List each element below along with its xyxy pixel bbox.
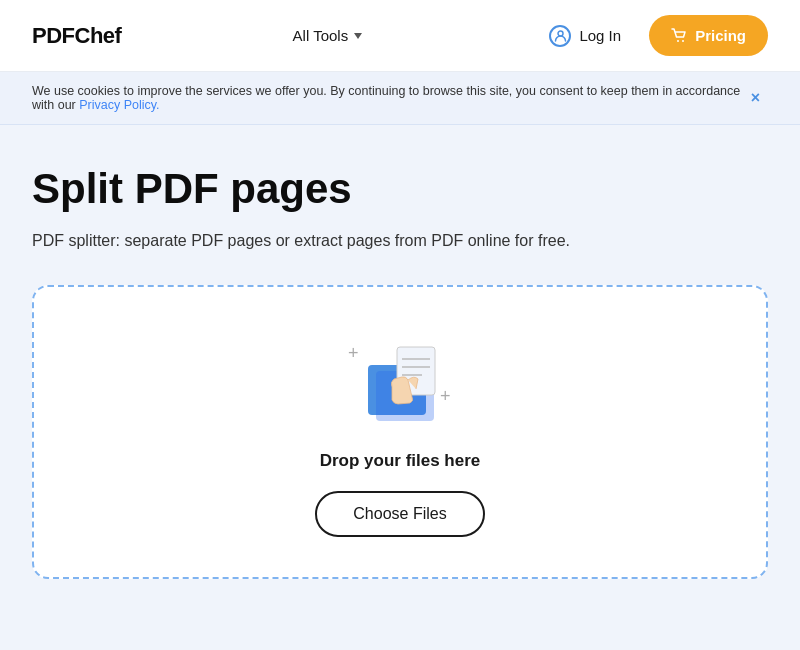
cookie-close-button[interactable]: × [743,85,768,111]
svg-text:+: + [348,343,359,363]
drop-label: Drop your files here [320,451,481,471]
main-content: Split PDF pages PDF splitter: separate P… [0,125,800,579]
user-icon [549,25,571,47]
svg-text:+: + [440,386,451,406]
choose-files-button[interactable]: Choose Files [315,491,484,537]
upload-illustration: + + [340,327,460,427]
drop-zone[interactable]: + + [32,285,768,579]
cookie-text: We use cookies to improve the services w… [32,84,743,112]
login-button[interactable]: Log In [533,17,637,55]
header: PDFChef All Tools Log In [0,0,800,72]
all-tools-button[interactable]: All Tools [281,19,375,52]
nav-right: Log In Pricing [533,15,768,56]
privacy-policy-link[interactable]: Privacy Policy. [79,98,159,112]
page-subtitle: PDF splitter: separate PDF pages or extr… [32,229,768,253]
logo: PDFChef [32,23,121,49]
svg-point-2 [682,40,684,42]
chevron-down-icon [354,33,362,39]
pricing-button[interactable]: Pricing [649,15,768,56]
cookie-banner: We use cookies to improve the services w… [0,72,800,125]
cart-icon [671,28,687,44]
login-label: Log In [579,27,621,44]
all-tools-label: All Tools [293,27,349,44]
page-title: Split PDF pages [32,165,768,213]
nav-center: All Tools [281,19,375,52]
pricing-label: Pricing [695,27,746,44]
svg-point-1 [677,40,679,42]
